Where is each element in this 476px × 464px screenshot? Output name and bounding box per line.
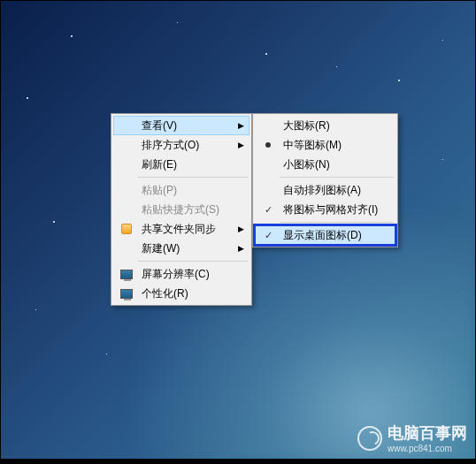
menu-label: 将图标与网格对齐(I) (278, 202, 392, 217)
menu-label: 大图标(R) (278, 118, 392, 133)
menu-label: 自动排列图标(A) (278, 183, 392, 198)
watermark-logo-icon (357, 426, 382, 451)
checkmark-icon: ✓ (265, 204, 273, 216)
menu-item-paste: 粘贴(P) (113, 180, 250, 200)
menu-label: 新建(W) (136, 241, 235, 256)
menu-separator (280, 222, 394, 223)
menu-label: 排序方式(O) (136, 138, 235, 153)
menu-label: 中等图标(M) (278, 138, 392, 153)
watermark-title: 电脑百事网 (388, 424, 467, 442)
menu-item-small-icons[interactable]: 小图标(N) (255, 155, 395, 174)
desktop-context-menu: 查看(V) ▶ 排序方式(O) ▶ 刷新(E) 粘贴(P) 粘贴快捷方式(S) … (111, 113, 252, 306)
menu-label: 个性化(R) (136, 286, 235, 301)
menu-item-large-icons[interactable]: 大图标(R) (255, 116, 395, 135)
monitor-icon (120, 270, 133, 279)
menu-label: 粘贴快捷方式(S) (136, 202, 235, 217)
menu-item-align-to-grid[interactable]: ✓ 将图标与网格对齐(I) (255, 200, 395, 219)
menu-item-sort[interactable]: 排序方式(O) ▶ (113, 135, 250, 155)
menu-label: 屏幕分辨率(C) (136, 267, 235, 282)
menu-item-show-desktop-icons[interactable]: ✓ 显示桌面图标(D) (255, 225, 395, 245)
menu-separator (138, 261, 248, 262)
watermark-url: www.pc841.com (388, 444, 467, 453)
monitor-icon (120, 289, 133, 299)
menu-item-medium-icons[interactable]: 中等图标(M) (255, 135, 395, 155)
radio-selected-icon (265, 142, 271, 148)
menu-label: 共享文件夹同步 (136, 222, 235, 237)
menu-item-shared-folder-sync[interactable]: 共享文件夹同步 ▶ (113, 219, 250, 239)
submenu-arrow-icon: ▶ (235, 141, 246, 149)
menu-item-refresh[interactable]: 刷新(E) (113, 155, 250, 174)
menu-separator (138, 177, 248, 178)
submenu-arrow-icon: ▶ (235, 121, 246, 130)
checkmark-icon: ✓ (265, 230, 273, 241)
menu-item-new[interactable]: 新建(W) ▶ (113, 239, 250, 258)
menu-label: 粘贴(P) (136, 183, 235, 198)
menu-label: 小图标(N) (278, 157, 392, 172)
menu-item-screen-resolution[interactable]: 屏幕分辨率(C) (113, 264, 250, 284)
menu-item-view[interactable]: 查看(V) ▶ (113, 116, 250, 135)
view-submenu: 大图标(R) 中等图标(M) 小图标(N) 自动排列图标(A) ✓ 将图标与网格… (252, 113, 398, 247)
menu-label: 显示桌面图标(D) (278, 228, 392, 243)
menu-label: 查看(V) (136, 118, 235, 133)
watermark: 电脑百事网 www.pc841.com (357, 422, 467, 453)
sync-icon (121, 224, 132, 234)
menu-separator (280, 177, 394, 178)
submenu-arrow-icon: ▶ (235, 244, 246, 253)
menu-item-auto-arrange[interactable]: 自动排列图标(A) (255, 180, 395, 200)
menu-item-paste-shortcut: 粘贴快捷方式(S) (113, 200, 250, 219)
menu-item-personalize[interactable]: 个性化(R) (113, 284, 250, 303)
submenu-arrow-icon: ▶ (235, 224, 246, 233)
menu-label: 刷新(E) (136, 157, 235, 172)
